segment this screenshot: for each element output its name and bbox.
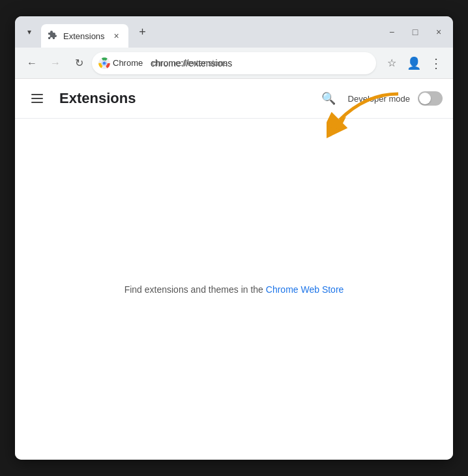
maximize-icon: □ xyxy=(413,27,418,37)
browser-window: ▾ Extensions × + − □ × xyxy=(15,16,453,460)
toolbar: ← → ↻ xyxy=(15,48,453,79)
developer-mode-label: Developer mode xyxy=(348,94,410,104)
hamburger-icon xyxy=(31,102,43,103)
chevron-down-icon: ▾ xyxy=(27,27,31,37)
developer-mode-toggle[interactable] xyxy=(418,91,443,106)
forward-button[interactable]: → xyxy=(45,53,66,74)
tab-title: Extensions xyxy=(63,31,105,41)
page-title: Extensions xyxy=(59,90,306,107)
plus-icon: + xyxy=(139,25,146,39)
extensions-favicon xyxy=(48,31,58,41)
more-icon: ⋮ xyxy=(430,55,443,71)
window-controls: − □ × xyxy=(383,23,448,41)
extensions-header: Extensions 🔍 Developer mode xyxy=(15,79,453,119)
reload-icon: ↻ xyxy=(75,57,83,69)
forward-icon: → xyxy=(50,57,61,69)
bookmark-icon: ☆ xyxy=(387,57,396,69)
address-bar-wrapper: Chrome chrome://extensions xyxy=(92,52,376,74)
back-button[interactable]: ← xyxy=(22,53,42,74)
store-text-prefix: Find extensions and themes in the xyxy=(124,284,266,295)
minimize-button[interactable]: − xyxy=(383,23,401,41)
search-icon: 🔍 xyxy=(321,91,336,106)
profile-button[interactable]: 👤 xyxy=(403,53,424,74)
store-suggestion-text: Find extensions and themes in the Chrome… xyxy=(124,284,344,295)
maximize-button[interactable]: □ xyxy=(406,23,424,41)
search-button[interactable]: 🔍 xyxy=(317,87,340,110)
tab-close-button[interactable]: × xyxy=(110,29,123,42)
toolbar-actions: ☆ 👤 ⋮ xyxy=(381,53,446,74)
active-tab[interactable]: Extensions × xyxy=(41,24,128,48)
page-content: Extensions 🔍 Developer mode Find extensi… xyxy=(15,79,453,460)
header-actions: 🔍 Developer mode xyxy=(317,87,443,110)
minimize-icon: − xyxy=(389,27,394,37)
profile-icon: 👤 xyxy=(407,56,421,70)
close-window-icon: × xyxy=(436,27,441,37)
chrome-web-store-link[interactable]: Chrome Web Store xyxy=(266,284,344,295)
hamburger-icon xyxy=(31,94,43,95)
title-bar: ▾ Extensions × + − □ × xyxy=(15,16,453,48)
sidebar-menu-button[interactable] xyxy=(25,87,49,110)
close-window-button[interactable]: × xyxy=(430,23,448,41)
back-icon: ← xyxy=(27,57,37,69)
hamburger-icon xyxy=(31,98,43,99)
menu-button[interactable]: ⋮ xyxy=(426,53,446,74)
address-bar[interactable] xyxy=(92,52,376,74)
close-icon: × xyxy=(114,31,119,41)
extensions-body: Find extensions and themes in the Chrome… xyxy=(15,119,453,460)
new-tab-button[interactable]: + xyxy=(134,23,152,41)
bookmark-button[interactable]: ☆ xyxy=(381,53,402,74)
reload-button[interactable]: ↻ xyxy=(68,53,89,74)
tab-list-button[interactable]: ▾ xyxy=(20,23,38,41)
